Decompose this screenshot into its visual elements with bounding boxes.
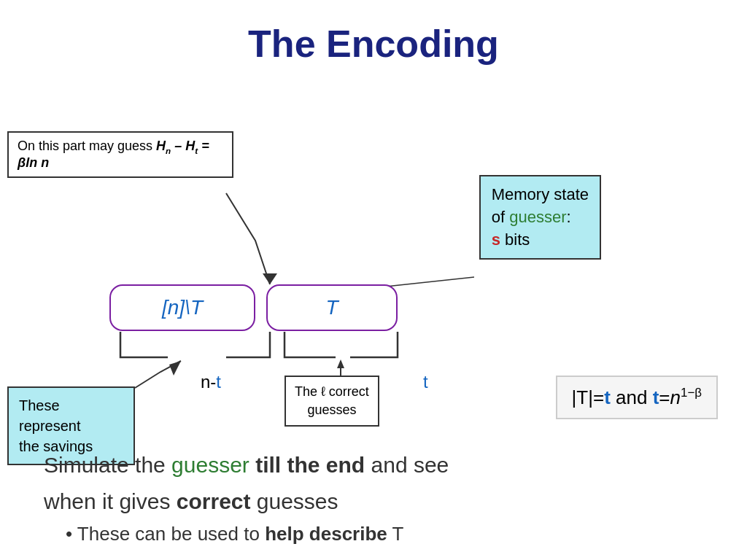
simulate-mid: till the end and see xyxy=(249,453,449,477)
savings-line1: These represent xyxy=(19,397,81,434)
svg-marker-1 xyxy=(169,361,181,376)
simulate-guesses: guesses xyxy=(250,489,338,513)
memory-line1: Memory state xyxy=(492,185,589,203)
memory-of-label: of xyxy=(492,208,509,226)
callout-formula: On this part may guess Hn – Ht = βln n xyxy=(7,131,233,178)
bullet-line: • These can be used to help describe T xyxy=(66,523,725,545)
bullet-bold: help describe xyxy=(265,523,387,545)
bottom-text: Simulate the guesser till the end and se… xyxy=(44,450,725,545)
memory-bits: bits xyxy=(500,230,530,249)
simulate-correct: correct xyxy=(177,489,251,513)
formula-eq: = xyxy=(659,386,670,408)
memory-colon: : xyxy=(566,208,570,226)
svg-marker-3 xyxy=(337,359,344,368)
callout-l-line2: guesses xyxy=(307,402,356,417)
simulate-line: Simulate the guesser till the end and se… xyxy=(44,450,725,481)
formula-and: and xyxy=(611,386,653,408)
simulate-line2: when it gives correct guesses xyxy=(44,486,725,517)
label-n: n- xyxy=(201,372,216,392)
memory-guesser: guesser xyxy=(509,208,566,226)
svg-marker-0 xyxy=(263,273,277,284)
callout-memory: Memory state of guesser: s bits xyxy=(479,175,601,260)
label-nt: n-t xyxy=(201,372,221,392)
main-boxes-row: [n]\T T xyxy=(109,284,398,331)
memory-s: s xyxy=(492,230,500,249)
formula-T-label: |T|= xyxy=(572,386,605,408)
simulate-guesser: guesser xyxy=(171,453,249,477)
box-T: T xyxy=(266,284,398,331)
formula-exp: 1−β xyxy=(681,386,702,400)
callout-l-line1: The ℓ correct xyxy=(295,384,369,399)
callout-formula-text: On this part may guess xyxy=(18,139,156,153)
bullet-prefix: These can be used to xyxy=(77,523,265,545)
label-t-blue: t xyxy=(216,372,221,392)
simulate-whengives: when it gives xyxy=(44,489,177,513)
formula-t1: t xyxy=(604,386,611,408)
formula-n: n xyxy=(670,386,681,408)
bullet-suffix: T xyxy=(387,523,404,545)
label-t: t xyxy=(423,372,428,392)
callout-l-guesses: The ℓ correct guesses xyxy=(285,376,379,427)
formula-box: |T|=t and t=n1−β xyxy=(556,376,718,419)
simulate-prefix: Simulate the xyxy=(44,453,171,477)
page-title: The Encoding xyxy=(0,0,747,66)
box-nT: [n]\T xyxy=(109,284,255,331)
